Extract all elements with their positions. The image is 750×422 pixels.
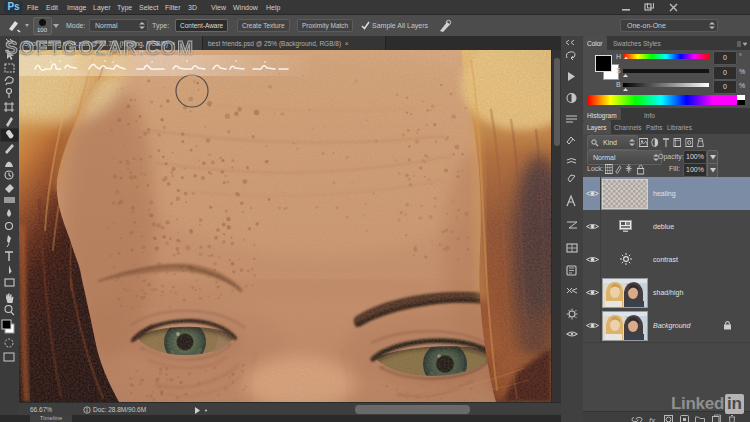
svg-text:fx: fx	[649, 416, 656, 422]
